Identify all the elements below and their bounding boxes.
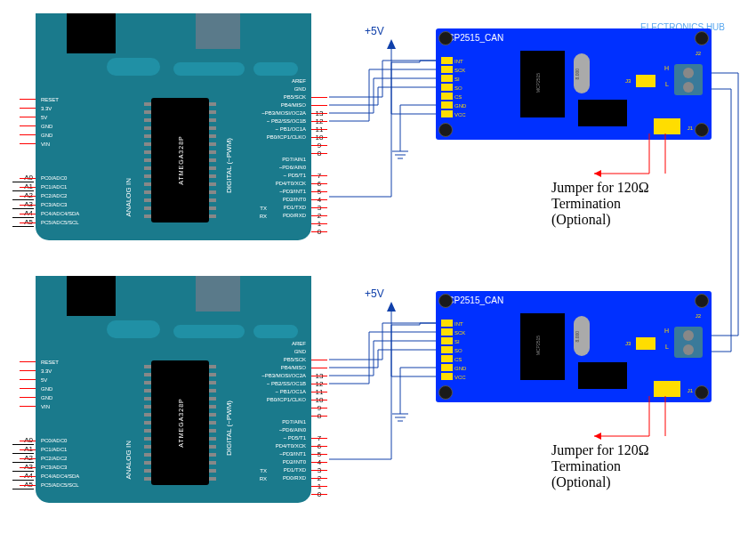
pin-stub [311,462,327,463]
pin-stub [20,406,36,407]
pin-stub [20,99,36,100]
pin-stub [311,207,327,208]
pin-stub [311,105,327,106]
wiring-svg [0,0,756,534]
pin-stub [311,384,327,384]
pin-stub [20,397,36,398]
pin-stub [20,214,36,214]
svg-marker-9 [594,433,601,440]
svg-marker-8 [594,170,601,177]
underline [12,226,34,227]
pin-stub [311,215,327,216]
pin-stub [20,449,36,450]
pin-stub [311,129,327,130]
pin-stub [311,408,327,409]
pin-stub [311,145,327,146]
pin-stub [20,458,36,459]
pin-stub [20,441,36,441]
pin-stub [20,134,36,135]
pin-stub [311,113,327,114]
pin-stub [311,454,327,455]
pin-stub [20,143,36,144]
pin-stub [311,470,327,471]
pin-stub [20,485,36,486]
pin-stub [311,368,327,368]
pin-stub [311,446,327,447]
pin-stub [20,178,36,179]
pin-stub [20,222,36,223]
pin-stub [311,223,327,224]
underline [12,489,34,490]
pin-stub [311,486,327,487]
svg-marker-0 [387,39,396,49]
pin-stub [20,476,36,477]
pin-stub [311,231,327,232]
pin-stub [311,183,327,184]
pin-stub [311,494,327,495]
pin-stub [311,137,327,138]
pin-stub [311,360,327,360]
pin-stub [311,97,327,98]
svg-marker-4 [387,302,396,312]
pin-stub [311,199,327,200]
pin-stub [20,370,36,371]
pin-stub [311,376,327,376]
pin-stub [311,478,327,479]
pin-stub [20,108,36,109]
pin-stub [20,187,36,188]
pin-stub [20,125,36,126]
pin-stub [20,388,36,389]
pin-stub [311,175,327,176]
pin-stub [311,416,327,417]
pin-stub [20,379,36,380]
pin-stub [311,121,327,122]
pin-stub [311,191,327,192]
pin-stub [20,467,36,468]
pin-stub [20,205,36,206]
pin-stub [311,392,327,392]
pin-stub [20,196,36,197]
pin-stub [311,438,327,439]
pin-stub [311,400,327,400]
pin-stub [20,361,36,362]
pin-stub [311,153,327,154]
pin-stub [20,117,36,117]
